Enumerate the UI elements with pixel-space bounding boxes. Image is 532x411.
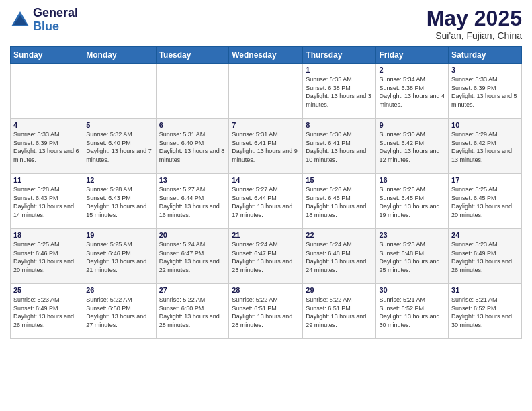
day-info: Sunrise: 5:23 AM Sunset: 6:49 PM Dayligh… xyxy=(451,240,519,274)
col-sunday: Sunday xyxy=(11,47,83,64)
table-row: 3Sunrise: 5:33 AM Sunset: 6:39 PM Daylig… xyxy=(449,64,522,119)
day-info: Sunrise: 5:23 AM Sunset: 6:48 PM Dayligh… xyxy=(379,240,445,274)
table-row xyxy=(229,64,303,119)
table-row: 26Sunrise: 5:22 AM Sunset: 6:50 PM Dayli… xyxy=(83,284,156,339)
day-info: Sunrise: 5:22 AM Sunset: 6:51 PM Dayligh… xyxy=(306,295,373,329)
day-info: Sunrise: 5:33 AM Sunset: 6:39 PM Dayligh… xyxy=(451,75,519,109)
table-row: 25Sunrise: 5:23 AM Sunset: 6:49 PM Dayli… xyxy=(11,284,83,339)
day-number: 14 xyxy=(232,176,300,184)
day-number: 17 xyxy=(451,176,519,184)
calendar-week-row: 4Sunrise: 5:33 AM Sunset: 6:39 PM Daylig… xyxy=(11,119,522,174)
day-info: Sunrise: 5:21 AM Sunset: 6:52 PM Dayligh… xyxy=(379,295,445,329)
col-wednesday: Wednesday xyxy=(229,47,303,64)
day-number: 11 xyxy=(13,176,80,184)
day-number: 9 xyxy=(379,121,445,129)
table-row: 20Sunrise: 5:24 AM Sunset: 6:47 PM Dayli… xyxy=(156,229,229,284)
day-number: 29 xyxy=(306,286,373,294)
table-row: 2Sunrise: 5:34 AM Sunset: 6:38 PM Daylig… xyxy=(376,64,449,119)
table-row: 8Sunrise: 5:30 AM Sunset: 6:41 PM Daylig… xyxy=(303,119,376,174)
table-row: 4Sunrise: 5:33 AM Sunset: 6:39 PM Daylig… xyxy=(11,119,83,174)
logo-icon xyxy=(10,10,30,30)
day-number: 7 xyxy=(232,121,300,129)
table-row: 29Sunrise: 5:22 AM Sunset: 6:51 PM Dayli… xyxy=(303,284,376,339)
day-info: Sunrise: 5:33 AM Sunset: 6:39 PM Dayligh… xyxy=(13,130,80,164)
calendar-header-row: Sunday Monday Tuesday Wednesday Thursday… xyxy=(11,47,522,64)
table-row xyxy=(83,64,156,119)
table-row: 19Sunrise: 5:25 AM Sunset: 6:46 PM Dayli… xyxy=(83,229,156,284)
day-info: Sunrise: 5:22 AM Sunset: 6:50 PM Dayligh… xyxy=(86,295,152,329)
table-row: 7Sunrise: 5:31 AM Sunset: 6:41 PM Daylig… xyxy=(229,119,303,174)
day-number: 18 xyxy=(13,231,80,239)
day-number: 20 xyxy=(159,231,226,239)
table-row: 5Sunrise: 5:32 AM Sunset: 6:40 PM Daylig… xyxy=(83,119,156,174)
table-row: 13Sunrise: 5:27 AM Sunset: 6:44 PM Dayli… xyxy=(156,174,229,229)
day-info: Sunrise: 5:28 AM Sunset: 6:43 PM Dayligh… xyxy=(86,185,152,219)
table-row: 16Sunrise: 5:26 AM Sunset: 6:45 PM Dayli… xyxy=(376,174,449,229)
day-number: 31 xyxy=(451,286,519,294)
calendar-week-row: 1Sunrise: 5:35 AM Sunset: 6:38 PM Daylig… xyxy=(11,64,522,119)
day-number: 24 xyxy=(451,231,519,239)
day-number: 3 xyxy=(451,66,519,74)
day-number: 22 xyxy=(306,231,373,239)
day-info: Sunrise: 5:27 AM Sunset: 6:44 PM Dayligh… xyxy=(232,185,300,219)
table-row: 11Sunrise: 5:28 AM Sunset: 6:43 PM Dayli… xyxy=(11,174,83,229)
table-row: 28Sunrise: 5:22 AM Sunset: 6:51 PM Dayli… xyxy=(229,284,303,339)
calendar-week-row: 25Sunrise: 5:23 AM Sunset: 6:49 PM Dayli… xyxy=(11,284,522,339)
table-row xyxy=(11,64,83,119)
day-info: Sunrise: 5:24 AM Sunset: 6:47 PM Dayligh… xyxy=(232,240,300,274)
day-info: Sunrise: 5:26 AM Sunset: 6:45 PM Dayligh… xyxy=(379,185,445,219)
col-friday: Friday xyxy=(376,47,449,64)
table-row: 22Sunrise: 5:24 AM Sunset: 6:48 PM Dayli… xyxy=(303,229,376,284)
day-info: Sunrise: 5:30 AM Sunset: 6:42 PM Dayligh… xyxy=(379,130,445,164)
day-info: Sunrise: 5:22 AM Sunset: 6:51 PM Dayligh… xyxy=(232,295,300,329)
day-number: 30 xyxy=(379,286,445,294)
table-row: 6Sunrise: 5:31 AM Sunset: 6:40 PM Daylig… xyxy=(156,119,229,174)
day-number: 26 xyxy=(86,286,152,294)
col-saturday: Saturday xyxy=(449,47,522,64)
table-row: 14Sunrise: 5:27 AM Sunset: 6:44 PM Dayli… xyxy=(229,174,303,229)
day-info: Sunrise: 5:35 AM Sunset: 6:38 PM Dayligh… xyxy=(306,75,373,109)
day-number: 27 xyxy=(159,286,226,294)
calendar-week-row: 18Sunrise: 5:25 AM Sunset: 6:46 PM Dayli… xyxy=(11,229,522,284)
day-info: Sunrise: 5:27 AM Sunset: 6:44 PM Dayligh… xyxy=(159,185,226,219)
day-number: 12 xyxy=(86,176,152,184)
table-row: 17Sunrise: 5:25 AM Sunset: 6:45 PM Dayli… xyxy=(449,174,522,229)
day-number: 16 xyxy=(379,176,445,184)
day-number: 13 xyxy=(159,176,226,184)
table-row: 18Sunrise: 5:25 AM Sunset: 6:46 PM Dayli… xyxy=(11,229,83,284)
day-info: Sunrise: 5:25 AM Sunset: 6:46 PM Dayligh… xyxy=(13,240,80,274)
table-row: 24Sunrise: 5:23 AM Sunset: 6:49 PM Dayli… xyxy=(449,229,522,284)
day-number: 6 xyxy=(159,121,226,129)
table-row: 30Sunrise: 5:21 AM Sunset: 6:52 PM Dayli… xyxy=(376,284,449,339)
day-number: 25 xyxy=(13,286,80,294)
day-number: 2 xyxy=(379,66,445,74)
day-number: 28 xyxy=(232,286,300,294)
day-number: 23 xyxy=(379,231,445,239)
day-info: Sunrise: 5:31 AM Sunset: 6:40 PM Dayligh… xyxy=(159,130,226,164)
logo-text: General Blue xyxy=(33,7,78,34)
day-number: 1 xyxy=(306,66,373,74)
day-info: Sunrise: 5:21 AM Sunset: 6:52 PM Dayligh… xyxy=(451,295,519,329)
day-info: Sunrise: 5:28 AM Sunset: 6:43 PM Dayligh… xyxy=(13,185,80,219)
day-number: 10 xyxy=(451,121,519,129)
table-row: 1Sunrise: 5:35 AM Sunset: 6:38 PM Daylig… xyxy=(303,64,376,119)
day-number: 8 xyxy=(306,121,373,129)
day-info: Sunrise: 5:26 AM Sunset: 6:45 PM Dayligh… xyxy=(306,185,373,219)
day-info: Sunrise: 5:31 AM Sunset: 6:41 PM Dayligh… xyxy=(232,130,300,164)
day-info: Sunrise: 5:32 AM Sunset: 6:40 PM Dayligh… xyxy=(86,130,152,164)
day-number: 15 xyxy=(306,176,373,184)
day-number: 4 xyxy=(13,121,80,129)
day-info: Sunrise: 5:24 AM Sunset: 6:47 PM Dayligh… xyxy=(159,240,226,274)
table-row: 27Sunrise: 5:22 AM Sunset: 6:50 PM Dayli… xyxy=(156,284,229,339)
table-row: 15Sunrise: 5:26 AM Sunset: 6:45 PM Dayli… xyxy=(303,174,376,229)
table-row: 31Sunrise: 5:21 AM Sunset: 6:52 PM Dayli… xyxy=(449,284,522,339)
day-info: Sunrise: 5:29 AM Sunset: 6:42 PM Dayligh… xyxy=(451,130,519,164)
day-info: Sunrise: 5:25 AM Sunset: 6:45 PM Dayligh… xyxy=(451,185,519,219)
logo-general: General xyxy=(33,7,78,20)
col-monday: Monday xyxy=(83,47,156,64)
day-info: Sunrise: 5:34 AM Sunset: 6:38 PM Dayligh… xyxy=(379,75,445,109)
calendar-table: Sunday Monday Tuesday Wednesday Thursday… xyxy=(10,46,522,339)
col-thursday: Thursday xyxy=(303,47,376,64)
logo: General Blue xyxy=(10,7,78,34)
header: General Blue May 2025 Sui'an, Fujian, Ch… xyxy=(10,7,522,41)
